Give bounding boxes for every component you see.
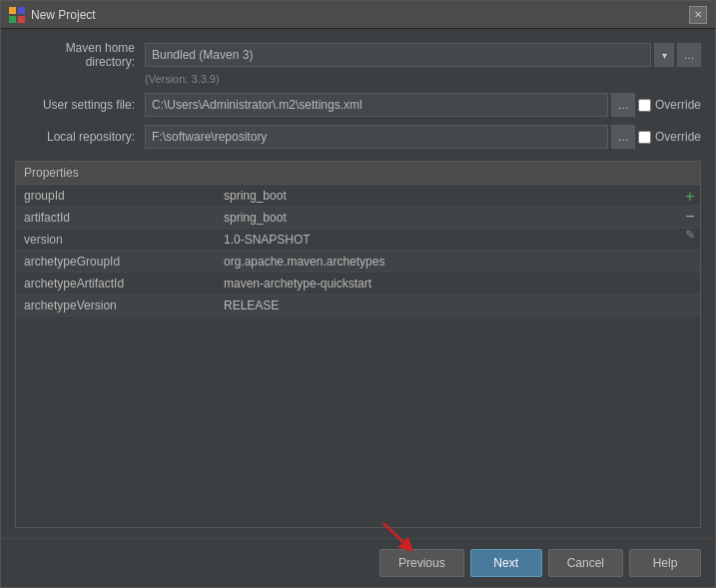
arrow-indicator [378, 521, 418, 554]
local-repo-row: Local repository: … Override [15, 125, 701, 149]
prop-value-artifactid: spring_boot [216, 211, 700, 225]
cancel-button[interactable]: Cancel [548, 549, 623, 577]
svg-rect-2 [9, 16, 16, 23]
dialog-content: Maven home directory: ▾ … (Version: 3.3.… [1, 29, 715, 538]
local-repo-override-text: Override [655, 130, 701, 144]
user-settings-browse[interactable]: … [611, 93, 635, 117]
table-row: archetypeVersion RELEASE [16, 294, 700, 316]
next-arrow-icon [378, 521, 418, 551]
local-repo-input-wrapper: … Override [145, 125, 701, 149]
local-repo-label: Local repository: [15, 130, 145, 144]
svg-rect-1 [18, 7, 25, 14]
prop-actions-panel: + − ✎ [680, 185, 700, 527]
prop-key-archetypeversion: archetypeVersion [16, 298, 216, 312]
table-row: archetypeGroupId org.apache.maven.archet… [16, 251, 700, 273]
properties-header: Properties [16, 162, 700, 185]
prop-key-artifactid: artifactId [16, 211, 216, 225]
svg-line-5 [383, 523, 408, 547]
new-project-dialog: New Project ✕ Maven home directory: ▾ … … [0, 0, 716, 588]
user-settings-override-label: Override [638, 98, 701, 112]
svg-rect-3 [18, 16, 25, 23]
properties-table: groupId spring_boot artifactId spring_bo… [16, 185, 700, 527]
app-icon [9, 7, 25, 23]
help-button[interactable]: Help [629, 549, 701, 577]
table-row: version 1.0-SNAPSHOT [16, 229, 700, 251]
prop-value-version: 1.0-SNAPSHOT [216, 233, 700, 247]
local-repo-input[interactable] [145, 125, 608, 149]
user-settings-override-text: Override [655, 98, 701, 112]
prop-key-groupid: groupId [16, 189, 216, 203]
user-settings-label: User settings file: [15, 98, 145, 112]
title-bar: New Project ✕ [1, 1, 715, 29]
maven-home-label: Maven home directory: [15, 41, 145, 69]
maven-home-input[interactable] [145, 43, 651, 67]
table-row: groupId spring_boot [16, 185, 700, 207]
svg-rect-0 [9, 7, 16, 14]
add-property-button[interactable]: + [684, 187, 696, 207]
remove-property-button[interactable]: − [684, 207, 696, 227]
properties-section: Properties groupId spring_boot artifactI… [15, 161, 701, 528]
dialog-footer: Previous Next Cancel Help [1, 538, 715, 587]
edit-property-button[interactable]: ✎ [684, 227, 696, 243]
maven-home-browse[interactable]: … [677, 43, 701, 67]
maven-home-input-wrapper: ▾ … [145, 43, 701, 67]
user-settings-input-wrapper: … Override [145, 93, 701, 117]
local-repo-browse[interactable]: … [611, 125, 635, 149]
dialog-title: New Project [31, 8, 689, 22]
maven-version-hint: (Version: 3.3.9) [145, 73, 701, 85]
local-repo-override-checkbox[interactable] [638, 131, 651, 144]
prop-value-archetypegroupid: org.apache.maven.archetypes [216, 255, 700, 269]
prop-value-groupid: spring_boot [216, 189, 700, 203]
prop-key-version: version [16, 233, 216, 247]
user-settings-input[interactable] [145, 93, 608, 117]
table-row: archetypeArtifactId maven-archetype-quic… [16, 273, 700, 294]
maven-home-dropdown[interactable]: ▾ [654, 43, 674, 67]
table-row: artifactId spring_boot [16, 207, 700, 229]
prop-value-archetypeartifactid: maven-archetype-quickstart [216, 277, 700, 291]
prop-key-archetypeartifactid: archetypeArtifactId [16, 277, 216, 291]
close-button[interactable]: ✕ [689, 6, 707, 24]
user-settings-override-checkbox[interactable] [638, 99, 651, 112]
prop-value-archetypeversion: RELEASE [216, 298, 700, 312]
prop-key-archetypegroupid: archetypeGroupId [16, 255, 216, 269]
next-button[interactable]: Next [470, 549, 542, 577]
maven-home-row: Maven home directory: ▾ … [15, 41, 701, 69]
user-settings-row: User settings file: … Override [15, 93, 701, 117]
close-icon: ✕ [694, 9, 702, 20]
local-repo-override-label: Override [638, 130, 701, 144]
